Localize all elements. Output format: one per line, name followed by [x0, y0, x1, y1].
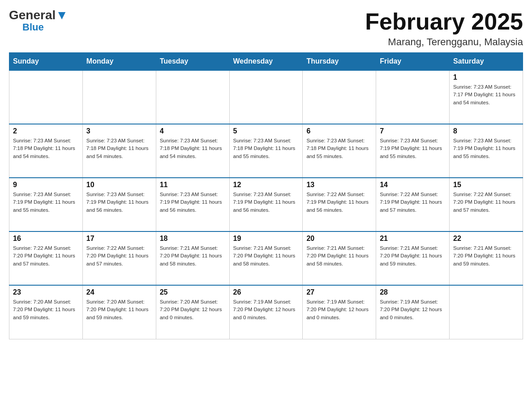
day-info: Sunrise: 7:21 AM Sunset: 7:20 PM Dayligh… [453, 244, 519, 268]
calendar-cell [450, 285, 523, 339]
calendar-cell [82, 70, 156, 124]
calendar-cell: 17Sunrise: 7:22 AM Sunset: 7:20 PM Dayli… [82, 231, 156, 285]
day-number: 28 [380, 288, 446, 296]
day-number: 10 [86, 181, 152, 189]
day-info: Sunrise: 7:22 AM Sunset: 7:20 PM Dayligh… [86, 244, 152, 268]
calendar-cell: 7Sunrise: 7:23 AM Sunset: 7:19 PM Daylig… [376, 124, 450, 178]
day-number: 2 [13, 127, 79, 135]
logo-general-text: General▼ [9, 9, 68, 21]
logo: General▼ Blue [9, 9, 68, 33]
day-info: Sunrise: 7:23 AM Sunset: 7:19 PM Dayligh… [453, 137, 519, 160]
col-header-thursday: Thursday [303, 53, 376, 71]
calendar-week-row: 23Sunrise: 7:20 AM Sunset: 7:20 PM Dayli… [9, 285, 523, 339]
calendar-cell: 26Sunrise: 7:19 AM Sunset: 7:20 PM Dayli… [229, 285, 303, 339]
calendar-cell [229, 70, 303, 124]
calendar-table: SundayMondayTuesdayWednesdayThursdayFrid… [9, 52, 523, 339]
day-info: Sunrise: 7:23 AM Sunset: 7:19 PM Dayligh… [13, 191, 79, 214]
day-number: 24 [86, 288, 152, 296]
day-info: Sunrise: 7:19 AM Sunset: 7:20 PM Dayligh… [380, 298, 446, 321]
col-header-tuesday: Tuesday [156, 53, 229, 71]
calendar-cell: 5Sunrise: 7:23 AM Sunset: 7:18 PM Daylig… [229, 124, 303, 178]
day-number: 1 [453, 73, 519, 81]
calendar-cell: 21Sunrise: 7:21 AM Sunset: 7:20 PM Dayli… [376, 231, 450, 285]
day-info: Sunrise: 7:23 AM Sunset: 7:19 PM Dayligh… [160, 191, 226, 214]
calendar-cell [376, 70, 450, 124]
day-info: Sunrise: 7:22 AM Sunset: 7:19 PM Dayligh… [306, 191, 372, 214]
calendar-cell: 12Sunrise: 7:23 AM Sunset: 7:19 PM Dayli… [229, 178, 303, 231]
day-number: 5 [233, 127, 299, 135]
calendar-cell: 18Sunrise: 7:21 AM Sunset: 7:20 PM Dayli… [156, 231, 229, 285]
day-info: Sunrise: 7:23 AM Sunset: 7:19 PM Dayligh… [380, 137, 446, 160]
col-header-monday: Monday [82, 53, 156, 71]
day-number: 9 [13, 181, 79, 189]
calendar-cell: 25Sunrise: 7:20 AM Sunset: 7:20 PM Dayli… [156, 285, 229, 339]
calendar-cell: 11Sunrise: 7:23 AM Sunset: 7:19 PM Dayli… [156, 178, 229, 231]
calendar-cell [9, 70, 83, 124]
month-title: February 2025 [365, 9, 523, 34]
calendar-cell: 14Sunrise: 7:22 AM Sunset: 7:19 PM Dayli… [376, 178, 450, 231]
day-info: Sunrise: 7:19 AM Sunset: 7:20 PM Dayligh… [233, 298, 299, 321]
calendar-cell: 3Sunrise: 7:23 AM Sunset: 7:18 PM Daylig… [82, 124, 156, 178]
calendar-week-row: 1Sunrise: 7:23 AM Sunset: 7:17 PM Daylig… [9, 70, 523, 124]
day-number: 26 [233, 288, 299, 296]
calendar-cell: 1Sunrise: 7:23 AM Sunset: 7:17 PM Daylig… [450, 70, 523, 124]
calendar-cell: 22Sunrise: 7:21 AM Sunset: 7:20 PM Dayli… [450, 231, 523, 285]
day-number: 18 [160, 235, 226, 243]
day-number: 17 [86, 235, 152, 243]
day-info: Sunrise: 7:23 AM Sunset: 7:18 PM Dayligh… [86, 137, 152, 160]
day-number: 21 [380, 235, 446, 243]
day-info: Sunrise: 7:20 AM Sunset: 7:20 PM Dayligh… [160, 298, 226, 321]
calendar-week-row: 9Sunrise: 7:23 AM Sunset: 7:19 PM Daylig… [9, 178, 523, 231]
day-info: Sunrise: 7:23 AM Sunset: 7:18 PM Dayligh… [160, 137, 226, 160]
day-info: Sunrise: 7:23 AM Sunset: 7:19 PM Dayligh… [86, 191, 152, 214]
calendar-cell: 20Sunrise: 7:21 AM Sunset: 7:20 PM Dayli… [303, 231, 376, 285]
day-number: 7 [380, 127, 446, 135]
day-number: 11 [160, 181, 226, 189]
day-info: Sunrise: 7:23 AM Sunset: 7:17 PM Dayligh… [453, 83, 519, 107]
day-info: Sunrise: 7:23 AM Sunset: 7:18 PM Dayligh… [233, 137, 299, 160]
calendar-cell: 23Sunrise: 7:20 AM Sunset: 7:20 PM Dayli… [9, 285, 83, 339]
calendar-cell: 10Sunrise: 7:23 AM Sunset: 7:19 PM Dayli… [82, 178, 156, 231]
day-number: 23 [13, 288, 79, 296]
calendar-cell [303, 70, 376, 124]
calendar-cell: 19Sunrise: 7:21 AM Sunset: 7:20 PM Dayli… [229, 231, 303, 285]
day-info: Sunrise: 7:20 AM Sunset: 7:20 PM Dayligh… [86, 298, 152, 321]
page-header: General▼ Blue February 2025 Marang, Tere… [9, 9, 523, 48]
calendar-cell: 15Sunrise: 7:22 AM Sunset: 7:20 PM Dayli… [450, 178, 523, 231]
calendar-week-row: 2Sunrise: 7:23 AM Sunset: 7:18 PM Daylig… [9, 124, 523, 178]
calendar-cell: 16Sunrise: 7:22 AM Sunset: 7:20 PM Dayli… [9, 231, 83, 285]
day-info: Sunrise: 7:23 AM Sunset: 7:18 PM Dayligh… [13, 137, 79, 160]
col-header-saturday: Saturday [450, 53, 523, 71]
day-number: 8 [453, 127, 519, 135]
day-number: 13 [306, 181, 372, 189]
calendar-cell: 4Sunrise: 7:23 AM Sunset: 7:18 PM Daylig… [156, 124, 229, 178]
col-header-wednesday: Wednesday [229, 53, 303, 71]
calendar-week-row: 16Sunrise: 7:22 AM Sunset: 7:20 PM Dayli… [9, 231, 523, 285]
calendar-cell: 27Sunrise: 7:19 AM Sunset: 7:20 PM Dayli… [303, 285, 376, 339]
day-info: Sunrise: 7:21 AM Sunset: 7:20 PM Dayligh… [160, 244, 226, 268]
day-number: 14 [380, 181, 446, 189]
day-info: Sunrise: 7:22 AM Sunset: 7:20 PM Dayligh… [13, 244, 79, 268]
col-header-sunday: Sunday [9, 53, 83, 71]
day-number: 12 [233, 181, 299, 189]
day-info: Sunrise: 7:21 AM Sunset: 7:20 PM Dayligh… [380, 244, 446, 268]
day-info: Sunrise: 7:19 AM Sunset: 7:20 PM Dayligh… [306, 298, 372, 321]
logo-blue-text: Blue [22, 21, 44, 33]
location-title: Marang, Terengganu, Malaysia [365, 36, 523, 48]
day-info: Sunrise: 7:23 AM Sunset: 7:18 PM Dayligh… [306, 137, 372, 160]
calendar-cell: 8Sunrise: 7:23 AM Sunset: 7:19 PM Daylig… [450, 124, 523, 178]
logo-general-line: General▼ [9, 9, 68, 21]
title-block: February 2025 Marang, Terengganu, Malays… [365, 9, 523, 48]
day-number: 3 [86, 127, 152, 135]
day-info: Sunrise: 7:21 AM Sunset: 7:20 PM Dayligh… [306, 244, 372, 268]
calendar-cell: 6Sunrise: 7:23 AM Sunset: 7:18 PM Daylig… [303, 124, 376, 178]
day-info: Sunrise: 7:23 AM Sunset: 7:19 PM Dayligh… [233, 191, 299, 214]
day-number: 27 [306, 288, 372, 296]
day-number: 19 [233, 235, 299, 243]
day-info: Sunrise: 7:21 AM Sunset: 7:20 PM Dayligh… [233, 244, 299, 268]
day-number: 6 [306, 127, 372, 135]
calendar-cell: 28Sunrise: 7:19 AM Sunset: 7:20 PM Dayli… [376, 285, 450, 339]
calendar-cell: 13Sunrise: 7:22 AM Sunset: 7:19 PM Dayli… [303, 178, 376, 231]
day-number: 20 [306, 235, 372, 243]
calendar-cell: 9Sunrise: 7:23 AM Sunset: 7:19 PM Daylig… [9, 178, 83, 231]
